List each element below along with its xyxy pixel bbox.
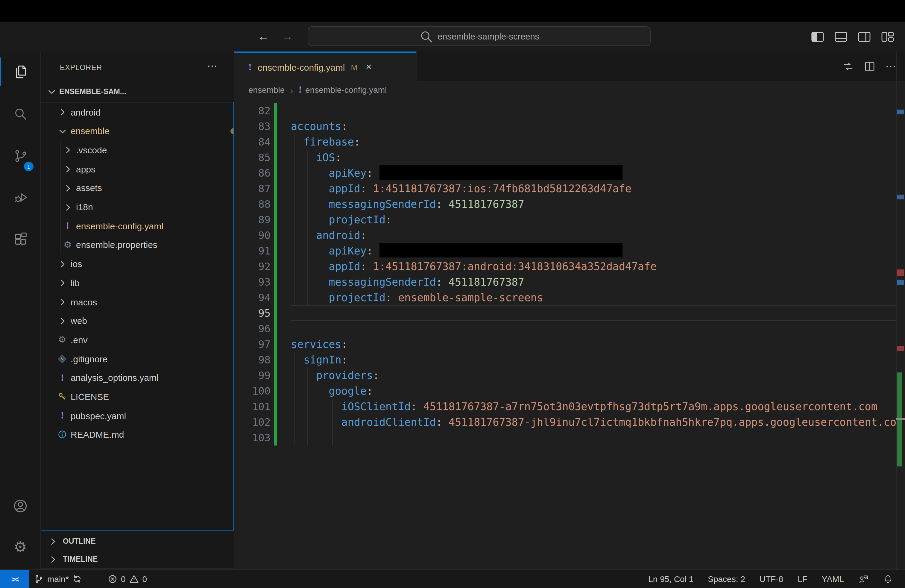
code-line-82[interactable]: 82 [234,103,905,119]
code-line-89[interactable]: 89 projectId: [234,212,905,227]
code-line-92[interactable]: 92 appId: 1:451181767387:android:3418310… [234,259,905,274]
code-line-102[interactable]: 102 androidClientId: 451181767387-jhl9in… [234,414,905,430]
tree-item-ensemble[interactable]: ensemble [41,121,234,140]
language-mode[interactable]: YAML [822,574,844,584]
code-line-87[interactable]: 87 appId: 1:451181767387:ios:74fb681bd58… [234,181,905,196]
code-line-88[interactable]: 88 messagingSenderId: 451181767387 [234,196,905,212]
code-line-99[interactable]: 99 providers: [234,368,905,383]
tree-item-analysis-options-yaml[interactable]: !analysis_options.yaml [41,368,234,388]
ruler-mark [897,195,904,199]
tree-item-label: .env [71,335,88,345]
activity-item-source-control[interactable]: 1 [0,141,41,170]
tree-item-web[interactable]: web [41,311,234,330]
indentation-status[interactable]: Spaces: 2 [708,574,745,584]
code-line-83[interactable]: 83accounts: [234,119,905,134]
git-added-gutter [274,290,277,305]
account-icon [13,498,28,514]
code-line-93[interactable]: 93 messagingSenderId: 451181767387 [234,274,905,290]
tree-item-assets[interactable]: assets [41,178,234,198]
title-bar: ← → ensemble-sample-screens [0,22,905,51]
activity-item-explorer[interactable] [0,57,41,86]
search-input[interactable]: ensemble-sample-screens [308,26,651,46]
code-editor[interactable]: 8283accounts:84 firebase:85 iOS:86 apiKe… [234,51,905,569]
tree-item--vscode[interactable]: .vscode [41,140,234,160]
line-number: 99 [234,368,270,383]
tree-item-license[interactable]: LICENSE [41,387,234,406]
code-text: google: [291,383,373,399]
activity-item-settings[interactable]: ⚙ [0,532,41,561]
tree-item-ensemble-config-yaml[interactable]: !ensemble-config.yamlM [41,216,234,235]
eol-status[interactable]: LF [797,574,807,584]
code-line-91[interactable]: 91 apiKey: [234,243,905,259]
tree-item-label: LICENSE [71,392,109,402]
feedback-icon[interactable] [858,574,868,584]
cursor-position[interactable]: Ln 95, Col 1 [648,574,694,584]
indent-guide [294,352,295,445]
overview-ruler[interactable] [896,51,897,569]
tree-item--gitignore[interactable]: .gitignore [41,349,234,368]
tree-item--env[interactable]: ⚙.env [41,330,234,350]
yaml-icon: ! [63,221,72,230]
panel-label: TIMELINE [63,555,98,563]
indent-guide [319,165,320,305]
problems-status[interactable]: 0 0 [108,570,147,588]
more-actions-icon[interactable]: ⋯ [207,60,217,72]
git-added-gutter [274,212,277,227]
warning-icon [129,574,139,584]
tree-item-i18n[interactable]: i18n [41,197,234,216]
toggle-panel-icon[interactable] [834,31,848,42]
scm-badge: 1 [24,162,33,171]
activity-item-accounts[interactable] [0,492,41,520]
branch-status[interactable]: main* [34,574,82,584]
toggle-secondary-sidebar-icon[interactable] [858,31,871,42]
sidebar-title: EXPLORER [60,64,102,72]
remote-indicator[interactable]: >< [0,570,29,588]
tree-item-label: ios [71,259,82,269]
tree-item-pubspec-yaml[interactable]: !pubspec.yaml [41,406,234,425]
panel-label: OUTLINE [63,537,96,545]
tree-item-ensemble-properties[interactable]: ⚙ensemble.properties [41,235,234,254]
code-text: projectId: ensemble-sample-screens [291,290,543,305]
sidebar-panel-timeline[interactable]: TIMELINE [41,550,234,569]
code-line-100[interactable]: 100 google: [234,383,905,399]
activity-item-search[interactable] [0,99,41,128]
toggle-primary-sidebar-icon[interactable] [811,31,824,42]
tree-item-android[interactable]: android [41,102,234,122]
explorer-sidebar: EXPLORER ⋯ ENSEMBLE-SAM... androidensemb… [41,51,234,569]
customize-layout-icon[interactable] [881,31,894,42]
line-number: 101 [234,399,270,414]
code-text: accounts: [291,119,348,134]
search-icon [13,106,27,121]
encoding-status[interactable]: UTF-8 [760,574,783,584]
code-line-103[interactable]: 103 [234,430,905,445]
activity-item-run-debug[interactable] [0,183,41,211]
activity-bar: 1⚙ [0,51,41,569]
code-line-97[interactable]: 97services: [234,337,905,352]
bell-icon[interactable] [883,574,893,584]
code-line-101[interactable]: 101 iOSClientId: 451181767387-a7rn75ot3n… [234,399,905,414]
tree-item-readme-md[interactable]: README.md [41,425,234,444]
code-line-85[interactable]: 85 iOS: [234,150,905,165]
activity-item-extensions[interactable] [0,224,41,253]
code-line-86[interactable]: 86 apiKey: [234,165,905,181]
tree-item-ios[interactable]: ios [41,254,234,273]
line-number: 94 [234,290,270,305]
code-line-98[interactable]: 98 signIn: [234,352,905,368]
workspace-section-header[interactable]: ENSEMBLE-SAM... [41,81,234,102]
git-added-gutter [274,150,277,165]
chevron-right-icon [57,107,67,117]
tree-item-apps[interactable]: apps [41,159,234,178]
tree-item-lib[interactable]: lib [41,273,234,292]
sidebar-panel-outline[interactable]: OUTLINE [41,532,234,550]
code-line-96[interactable]: 96 [234,321,905,337]
forward-button[interactable]: → [278,22,296,51]
line-number: 86 [234,165,270,181]
code-line-90[interactable]: 90 android: [234,227,905,243]
search-icon [419,29,433,43]
code-line-94[interactable]: 94 projectId: ensemble-sample-screens [234,290,905,305]
tree-item-macos[interactable]: macos [41,292,234,311]
back-button[interactable]: ← [254,22,272,51]
debug-icon [13,189,28,205]
code-line-84[interactable]: 84 firebase: [234,134,905,150]
chevron-down-icon [57,126,67,136]
